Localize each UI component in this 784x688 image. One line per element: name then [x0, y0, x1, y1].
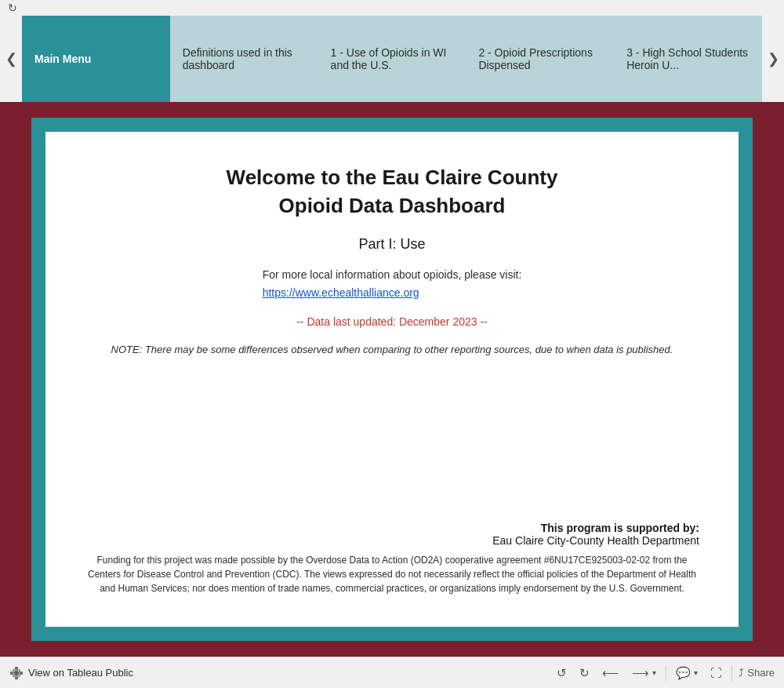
tab-opioid-prescriptions-label: 2 - Opioid Prescriptions Dispensed	[478, 46, 601, 71]
tab-high-school-heroin[interactable]: 3 - High School Students Heroin U...	[614, 16, 762, 102]
supported-by-label: This program is supported by:	[541, 522, 699, 534]
comment-button[interactable]: 💬 ▾	[673, 664, 701, 682]
tab-definitions-label: Definitions used in this dashboard	[183, 46, 306, 71]
supported-by-org: Eau Claire City-County Health Department	[492, 534, 699, 547]
toolbar-divider	[666, 665, 666, 681]
nav-tabs: ❮ Main Menu Definitions used in this das…	[0, 16, 784, 102]
toolbar-divider-2	[731, 665, 732, 681]
fullscreen-button[interactable]: ⛶	[707, 664, 725, 681]
info-text: For more local information about opioids…	[263, 268, 522, 281]
teal-border: Welcome to the Eau Claire County Opioid …	[31, 118, 753, 641]
main-content: Welcome to the Eau Claire County Opioid …	[0, 102, 784, 657]
toolbar-right: ↺ ↻ ⟵ ⟶ ▾ 💬 ▾ ⛶ ⤴ Share	[554, 664, 775, 682]
forward-button[interactable]: ⟶ ▾	[629, 664, 659, 682]
tab-high-school-heroin-label: 3 - High School Students Heroin U...	[626, 46, 750, 71]
note-text: NOTE: There may be some differences obse…	[111, 344, 673, 355]
bottom-toolbar: View on Tableau Public ↺ ↻ ⟵ ⟶ ▾ 💬 ▾ ⛶ ⤴…	[0, 657, 784, 688]
tab-main-menu-label: Main Menu	[34, 53, 91, 65]
supported-by: This program is supported by: Eau Claire…	[492, 522, 699, 547]
share-label: Share	[747, 667, 775, 679]
svg-rect-5	[13, 675, 20, 677]
top-bar: ↻	[0, 0, 784, 16]
main-title-line1: Welcome to the Eau Claire County	[227, 166, 558, 189]
nav-tabs-inner: Main Menu Definitions used in this dashb…	[22, 16, 762, 102]
svg-rect-1	[10, 672, 23, 675]
nav-right-arrow[interactable]: ❯	[762, 16, 784, 102]
tab-use-opioids[interactable]: 1 - Use of Opioids in WI and the U.S.	[318, 16, 466, 102]
info-link[interactable]: https://www.echealthalliance.org	[263, 286, 419, 299]
part-title: Part I: Use	[358, 236, 425, 253]
share-icon: ⤴	[739, 667, 744, 679]
refresh-icon[interactable]: ↻	[8, 2, 17, 14]
nav-left-arrow[interactable]: ❮	[0, 16, 22, 102]
tab-definitions[interactable]: Definitions used in this dashboard	[170, 16, 318, 102]
main-title-line2: Opioid Data Dashboard	[279, 194, 506, 217]
back-button[interactable]: ⟵	[599, 664, 622, 682]
white-card: Welcome to the Eau Claire County Opioid …	[45, 132, 739, 627]
share-button[interactable]: ⤴ Share	[739, 667, 775, 679]
info-section: For more local information about opioids…	[263, 268, 522, 300]
svg-rect-4	[13, 669, 20, 671]
redo-button[interactable]: ↻	[576, 664, 593, 682]
tab-use-opioids-label: 1 - Use of Opioids in WI and the U.S.	[331, 46, 454, 71]
toolbar-left: View on Tableau Public	[9, 666, 133, 680]
card-bottom: This program is supported by: Eau Claire…	[85, 522, 699, 595]
tableau-icon	[9, 666, 24, 680]
tab-main-menu[interactable]: Main Menu	[22, 16, 170, 102]
main-title: Welcome to the Eau Claire County Opioid …	[227, 163, 558, 220]
tab-opioid-prescriptions[interactable]: 2 - Opioid Prescriptions Dispensed	[466, 16, 614, 102]
funding-text: Funding for this project was made possib…	[85, 553, 699, 595]
view-tableau-link[interactable]: View on Tableau Public	[28, 667, 133, 679]
card-top: Welcome to the Eau Claire County Opioid …	[85, 163, 699, 355]
data-updated: -- Data last updated: December 2023 --	[296, 315, 488, 328]
undo-button[interactable]: ↺	[554, 664, 570, 682]
